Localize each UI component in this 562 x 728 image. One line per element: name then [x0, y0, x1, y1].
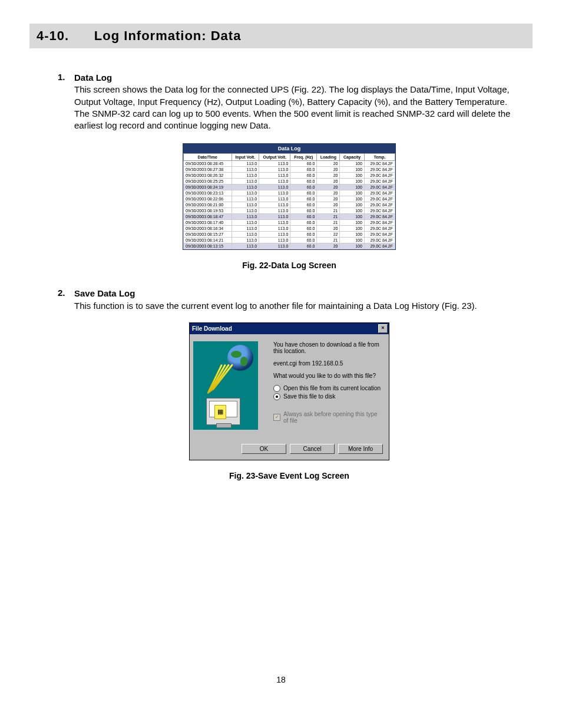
datalog-header: Freq. (Hz) — [290, 154, 317, 161]
table-row: 09/30/2003 08:21:00113.0113.060.02010029… — [184, 202, 395, 208]
download-graphic: ▦ — [193, 341, 258, 430]
dialog-line1: You have chosen to download a file from … — [273, 341, 383, 354]
close-icon[interactable]: × — [378, 324, 388, 333]
section-number: 4-10. — [37, 28, 69, 43]
table-row: 09/30/2003 08:13:15113.0113.060.02010029… — [184, 243, 395, 249]
fig22-caption: Fig. 22-Data Log Screen — [58, 261, 521, 270]
checkbox-always-ask: ✓ — [273, 414, 280, 421]
more-info-button[interactable]: More Info — [338, 444, 383, 454]
table-row: 09/30/2003 08:26:32113.0113.060.02010029… — [184, 173, 395, 179]
stream-icon — [199, 365, 246, 400]
datalog-header: Capacity — [340, 154, 364, 161]
radio-save-label: Save this file to disk — [283, 393, 335, 400]
section-title: Log Information: Data — [94, 28, 242, 43]
dialog-line3: What would you like to do with this file… — [273, 373, 383, 379]
table-row: 09/30/2003 08:27:38113.0113.060.02010029… — [184, 167, 395, 173]
table-row: 09/30/2003 08:23:13113.0113.060.02010029… — [184, 190, 395, 196]
table-row: 09/30/2003 08:22:06113.0113.060.02010029… — [184, 196, 395, 202]
datalog-title: Data Log — [183, 144, 395, 153]
fig23-caption: Fig. 23-Save Event Log Screen — [58, 471, 521, 480]
table-row: 09/30/2003 08:14:21113.0113.060.02110029… — [184, 238, 395, 243]
table-row: 09/30/2003 08:25:25113.0113.060.02010029… — [184, 179, 395, 185]
datalog-table: Data Log Date/TimeInput Volt.Output Volt… — [183, 143, 396, 250]
dialog-line2: event.cgi from 192.168.0.5 — [273, 360, 383, 367]
item1-title: Data Log — [74, 73, 112, 83]
datalog-header: Temp. — [364, 154, 395, 161]
document-icon: ▦ — [214, 405, 226, 419]
table-row: 09/30/2003 08:16:34113.0113.060.02010029… — [184, 226, 395, 232]
radio-open-label: Open this file from its current location — [283, 385, 381, 391]
page-number: 18 — [29, 675, 533, 684]
ok-button[interactable]: OK — [242, 444, 286, 454]
table-row: 09/30/2003 08:19:53113.0113.060.02110029… — [184, 208, 395, 214]
datalog-header: Date/Time — [184, 154, 232, 161]
radio-save[interactable] — [273, 393, 280, 400]
datalog-header: Input Volt. — [232, 154, 259, 161]
file-download-dialog: File Download × ▦ You have chosen to dow… — [189, 322, 389, 460]
cancel-button[interactable]: Cancel — [290, 444, 335, 454]
datalog-header: Output Volt. — [259, 154, 290, 161]
item2-body: This function is to save the current eve… — [74, 301, 477, 311]
item2-number: 2. — [58, 288, 74, 312]
dialog-title: File Download — [192, 325, 232, 332]
item1-body: This screen shows the Data log for the c… — [74, 84, 510, 130]
section-header: 4-10. Log Information: Data — [29, 24, 533, 48]
table-row: 09/30/2003 08:18:47113.0113.060.02110029… — [184, 214, 395, 220]
table-row: 09/30/2003 08:17:40113.0113.060.02110029… — [184, 220, 395, 226]
checkbox-label: Always ask before opening this type of f… — [283, 411, 383, 424]
table-row: 09/30/2003 08:24:19113.0113.060.02010029… — [184, 185, 395, 190]
radio-open[interactable] — [273, 385, 280, 392]
table-row: 09/30/2003 08:28:45113.0113.060.02010029… — [184, 161, 395, 167]
item2-title: Save Data Log — [74, 288, 135, 298]
table-row: 09/30/2003 08:15:27113.0113.060.02210029… — [184, 232, 395, 238]
datalog-header: Loading — [317, 154, 340, 161]
item1-number: 1. — [58, 72, 74, 131]
